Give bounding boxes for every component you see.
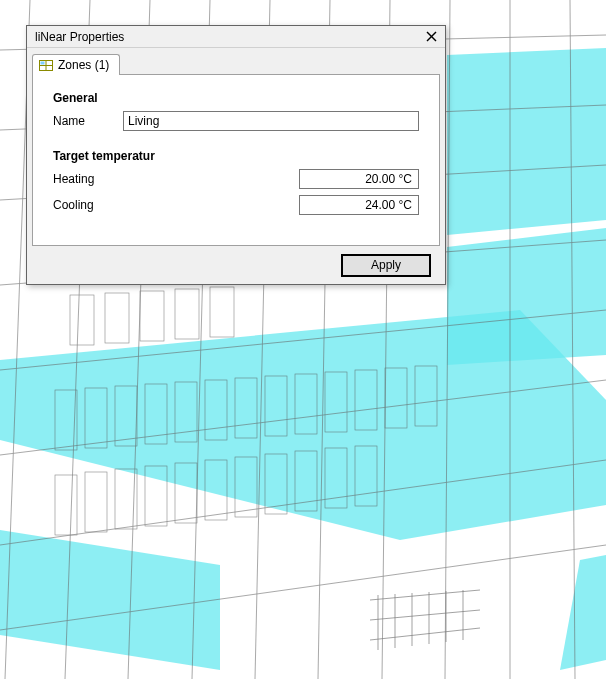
svg-marker-4	[0, 530, 220, 670]
svg-line-53	[370, 610, 480, 620]
heating-label: Heating	[53, 172, 153, 186]
properties-dialog: liNear Properties Zones (1) General	[26, 25, 446, 285]
heating-input[interactable]	[299, 169, 419, 189]
zones-icon	[39, 60, 53, 71]
titlebar[interactable]: liNear Properties	[27, 26, 445, 48]
svg-rect-48	[105, 293, 129, 343]
cooling-label: Cooling	[53, 198, 153, 212]
svg-marker-3	[560, 555, 606, 670]
cooling-input[interactable]	[299, 195, 419, 215]
tab-label: Zones (1)	[58, 58, 109, 72]
svg-rect-49	[140, 291, 164, 341]
svg-marker-0	[447, 48, 606, 235]
svg-rect-37	[85, 472, 107, 532]
close-icon	[426, 31, 437, 42]
tabstrip: Zones (1)	[27, 48, 445, 74]
tab-zones[interactable]: Zones (1)	[32, 54, 120, 75]
svg-rect-51	[210, 287, 234, 337]
dialog-body: General Name Target temperatur Heating C…	[32, 74, 440, 246]
apply-button[interactable]: Apply	[341, 254, 431, 277]
name-input[interactable]	[123, 111, 419, 131]
svg-line-52	[370, 590, 480, 600]
close-button[interactable]	[421, 28, 441, 46]
name-label: Name	[53, 114, 123, 128]
svg-rect-36	[55, 475, 77, 535]
svg-marker-2	[0, 310, 606, 540]
svg-rect-66	[41, 61, 45, 64]
svg-line-54	[370, 628, 480, 640]
target-temp-heading: Target temperatur	[53, 149, 419, 163]
general-heading: General	[53, 91, 419, 105]
svg-rect-50	[175, 289, 199, 339]
dialog-footer: Apply	[27, 246, 445, 284]
dialog-title: liNear Properties	[35, 30, 421, 44]
svg-rect-47	[70, 295, 94, 345]
